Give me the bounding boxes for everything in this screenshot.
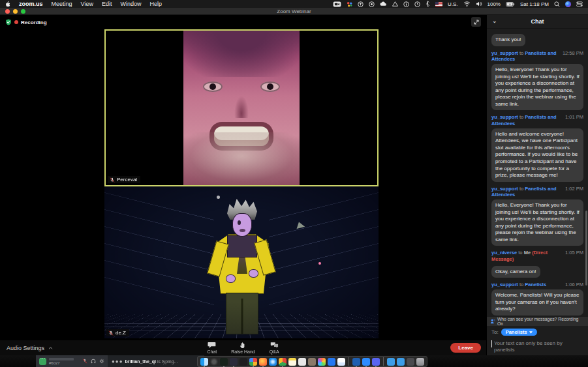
chat-message-list[interactable]: Thank you!yu_support to Panelists and At… xyxy=(487,29,588,317)
participant-name: de.Z xyxy=(116,330,126,336)
menu-zoom-us[interactable]: zoom.us xyxy=(19,1,43,7)
raise-hand-button-label: Raise Hand xyxy=(231,349,255,354)
to-label: To: xyxy=(491,329,499,335)
chevron-down-icon[interactable]: ⌄ xyxy=(492,18,497,24)
dock-discord-icon[interactable] xyxy=(372,358,380,366)
dock-dark-sphere-icon[interactable] xyxy=(240,358,247,366)
video-tile-perceval[interactable]: Perceval xyxy=(104,29,379,186)
recipient-name: Panelists xyxy=(525,282,546,287)
dock-sync-icon[interactable] xyxy=(328,358,335,366)
sender-name: yu_support xyxy=(491,114,518,120)
menu-view[interactable]: View xyxy=(81,1,93,7)
sender-name: yu_support xyxy=(491,186,518,192)
clock-icon[interactable] xyxy=(414,1,420,7)
warning-triangle-icon[interactable] xyxy=(392,1,398,7)
wifi-icon[interactable] xyxy=(463,1,471,7)
encryption-shield-icon xyxy=(5,19,12,25)
dock-folder-1-icon[interactable] xyxy=(387,358,395,366)
colorful-app-icon[interactable] xyxy=(347,1,352,7)
dock-film-app-icon[interactable] xyxy=(230,358,238,366)
dock-folder-2-icon[interactable] xyxy=(397,358,405,366)
raise-hand-button[interactable]: Raise Hand xyxy=(231,342,255,354)
discord-user-panel[interactable]: #6027 xyxy=(36,355,108,367)
dock-launchpad-icon[interactable] xyxy=(210,358,218,366)
dock-zoom-icon[interactable] xyxy=(362,358,370,366)
menu-help[interactable]: Help xyxy=(149,1,162,7)
qa-button[interactable]: Q&A xyxy=(270,342,279,354)
typing-dots-icon: ●●● xyxy=(112,359,123,364)
sender-name: yu_support xyxy=(491,50,518,56)
window-title: Zoom Webinar xyxy=(0,8,588,14)
bluetooth-icon[interactable] xyxy=(426,1,430,7)
dock-finder-icon[interactable] xyxy=(200,358,208,366)
volume-icon[interactable] xyxy=(476,1,482,7)
dock-tasks-icon[interactable] xyxy=(337,358,345,366)
apple-icon[interactable] xyxy=(5,1,10,7)
chat-message: Thank you! xyxy=(491,32,583,46)
recipient-name: Me xyxy=(524,250,531,256)
dock-firefox-icon[interactable] xyxy=(259,358,267,366)
dock-books-icon[interactable] xyxy=(308,358,316,366)
dock-office-icon[interactable] xyxy=(249,358,257,366)
dock-notes-icon[interactable] xyxy=(288,358,296,366)
typing-text: brillian_the_qi is typing... xyxy=(125,359,178,364)
dock-trash-icon[interactable] xyxy=(416,358,424,366)
input-source-label[interactable]: U.S. xyxy=(448,1,458,7)
leave-button[interactable]: Leave xyxy=(450,343,481,353)
spotlight-search-icon[interactable] xyxy=(554,1,560,7)
audio-settings-button[interactable]: Audio Settings xyxy=(0,345,53,351)
chat-privacy-note[interactable]: ? Who can see your messages? Recording O… xyxy=(487,317,588,326)
menu-meeting[interactable]: Meeting xyxy=(52,1,72,7)
video-stage: Recording Perceval xyxy=(0,15,486,355)
dock-keynote-icon[interactable] xyxy=(352,358,360,366)
dock-textedit-icon[interactable] xyxy=(298,358,306,366)
recording-dot-icon xyxy=(14,20,18,24)
chat-panel-header: ⌄ Chat xyxy=(487,15,588,29)
message-time: 1:02 PM xyxy=(565,186,583,192)
chat-button[interactable]: Chat xyxy=(207,342,217,354)
dock-terminal-icon[interactable] xyxy=(220,358,228,366)
menu-edit[interactable]: Edit xyxy=(102,1,112,7)
message-time: 1:01 PM xyxy=(565,114,583,121)
dock-chrome-icon[interactable] xyxy=(279,358,286,366)
chat-message-header: yu_support to Panelists1:06 PM xyxy=(491,282,583,288)
chat-message-header: yu_niverse to Me (Direct Message)1:05 PM xyxy=(491,250,583,263)
discord-avatar xyxy=(39,358,46,365)
chevron-up-icon xyxy=(48,347,53,349)
keyboard-flag-icon[interactable] xyxy=(435,2,442,7)
message-bubble: Okay, camera on! xyxy=(491,266,540,278)
control-center-icon[interactable] xyxy=(576,1,583,7)
discord-tag: #6027 xyxy=(49,361,74,365)
recipient-selector[interactable]: Panelists xyxy=(501,329,537,336)
screen-recording-icon[interactable] xyxy=(333,1,341,7)
shutter-icon[interactable] xyxy=(369,1,375,7)
qa-button-label: Q&A xyxy=(270,349,279,354)
discord-typing-indicator: ●●● brillian_the_qi is typing... xyxy=(108,355,204,367)
discord-username-redacted xyxy=(49,358,74,360)
chat-scrollbar[interactable] xyxy=(585,211,587,286)
discord-settings-gear-icon[interactable] xyxy=(99,359,104,364)
video-tile-dez[interactable]: de.Z xyxy=(104,186,379,338)
perceval-webcam-feed xyxy=(183,31,300,185)
chat-input[interactable]: Your text can only be seen by panelists xyxy=(487,338,588,355)
battery-icon[interactable] xyxy=(506,1,515,7)
fullscreen-button[interactable] xyxy=(471,17,481,27)
menu-clock-label[interactable]: Sat 1:18 PM xyxy=(520,1,549,7)
macos-menu-bar: zoom.us Meeting View Edit Window Help U.… xyxy=(0,0,588,8)
muted-mic-icon xyxy=(108,330,114,336)
info-circle-icon[interactable] xyxy=(403,1,409,7)
menu-window[interactable]: Window xyxy=(120,1,141,7)
chat-panel-title: Chat xyxy=(531,18,544,25)
cloud-icon[interactable] xyxy=(380,1,387,7)
chat-privacy-note-text: Who can see your messages? Recording On xyxy=(497,317,585,326)
chat-message-header: yu_support to Panelists and Attendees12:… xyxy=(491,50,583,63)
expand-arrows-icon xyxy=(473,19,480,25)
dock-safari-icon[interactable] xyxy=(269,358,277,366)
siri-icon[interactable] xyxy=(565,1,571,7)
svg-text:?: ? xyxy=(494,319,495,322)
discord-mute-icon[interactable] xyxy=(82,359,87,364)
dock-photos-icon[interactable] xyxy=(318,358,326,366)
update-circle-icon[interactable] xyxy=(358,1,364,7)
dock-archive-icon[interactable] xyxy=(407,358,414,366)
discord-headphones-icon[interactable] xyxy=(91,359,96,364)
